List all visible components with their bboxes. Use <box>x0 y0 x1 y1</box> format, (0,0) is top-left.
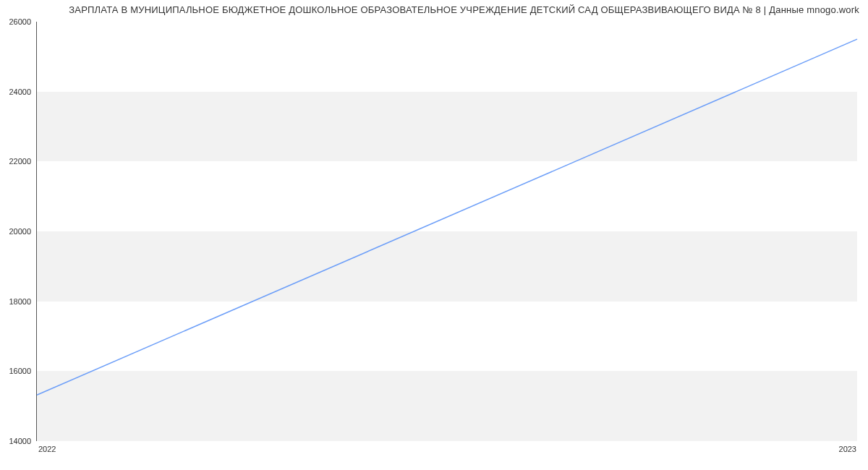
y-tick-label: 26000 <box>1 18 31 26</box>
x-tick-label: 2023 <box>839 445 856 453</box>
chart-title: ЗАРПЛАТА В МУНИЦИПАЛЬНОЕ БЮДЖЕТНОЕ ДОШКО… <box>69 4 859 15</box>
series-line <box>37 39 857 395</box>
plot-area: 1400016000180002000022000240002600020222… <box>36 22 857 441</box>
y-tick-label: 14000 <box>1 437 31 445</box>
line-series <box>37 22 857 440</box>
y-tick-label: 24000 <box>1 87 31 95</box>
y-tick-label: 16000 <box>1 367 31 375</box>
y-tick-label: 18000 <box>1 297 31 305</box>
y-tick-label: 20000 <box>1 228 31 236</box>
y-tick-label: 22000 <box>1 158 31 166</box>
chart-container: ЗАРПЛАТА В МУНИЦИПАЛЬНОЕ БЮДЖЕТНОЕ ДОШКО… <box>0 0 868 470</box>
x-tick-label: 2022 <box>38 445 56 453</box>
